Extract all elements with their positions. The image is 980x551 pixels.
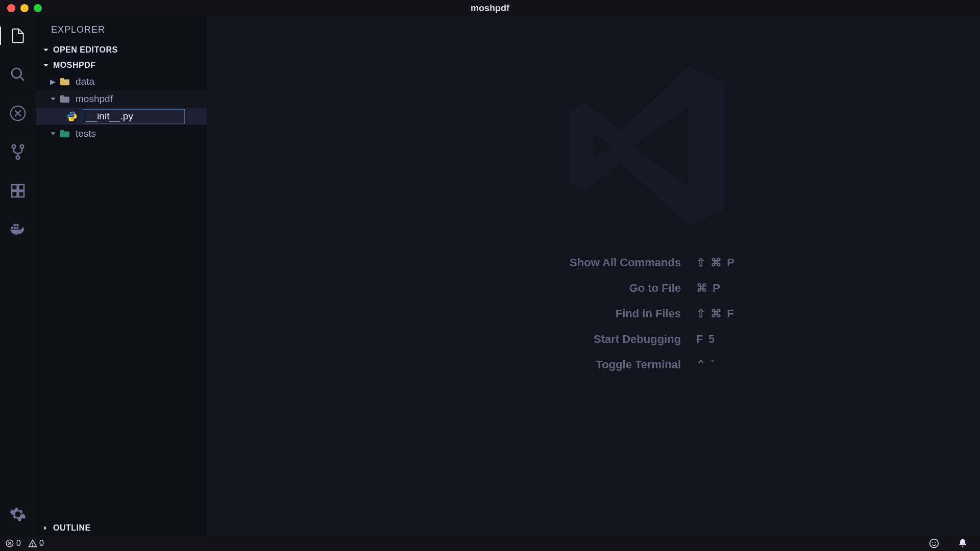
tree-file-renaming[interactable] [36, 108, 207, 125]
errors-count: 0 [16, 539, 21, 548]
outline-section[interactable]: Outline [36, 520, 207, 536]
svg-point-20 [930, 539, 939, 548]
shortcut-keys: ⌃ ` [696, 358, 850, 371]
svg-rect-13 [14, 224, 16, 226]
svg-point-4 [20, 145, 24, 148]
tree-folder-tests[interactable]: tests [36, 125, 207, 142]
status-errors[interactable]: 0 [5, 539, 21, 548]
shortcut-keys: ⇧ ⌘ P [696, 256, 850, 269]
shortcut-row: Find in Files ⇧ ⌘ F [483, 307, 851, 320]
shortcut-label: Go to File [483, 282, 697, 295]
svg-point-22 [935, 542, 936, 543]
explorer-sidebar: EXPLORER Open Editors moshpdf ▶ data [36, 16, 207, 536]
status-notifications-icon[interactable] [958, 538, 968, 548]
vscode-watermark-icon [543, 47, 747, 246]
svg-rect-8 [12, 191, 17, 197]
shortcut-row: Start Debugging F 5 [483, 333, 851, 346]
shortcut-row: Toggle Terminal ⌃ ` [483, 358, 851, 371]
shortcut-row: Show All Commands ⇧ ⌘ P [483, 256, 851, 269]
svg-rect-11 [14, 227, 16, 229]
svg-rect-14 [16, 224, 18, 226]
status-feedback-icon[interactable] [929, 538, 939, 548]
tree-item-label: data [76, 76, 94, 87]
tree-item-label: tests [76, 128, 96, 139]
shortcut-label: Show All Commands [483, 256, 697, 269]
workbench: EXPLORER Open Editors moshpdf ▶ data [0, 16, 980, 536]
chevron-down-icon [43, 47, 50, 53]
extensions-activity-icon[interactable] [9, 182, 27, 200]
shortcut-row: Go to File ⌘ P [483, 282, 851, 295]
svg-point-19 [32, 545, 33, 546]
folder-open-icon [59, 93, 70, 105]
svg-line-1 [20, 77, 24, 81]
settings-gear-icon[interactable] [9, 505, 27, 523]
sidebar-title: EXPLORER [36, 16, 207, 42]
shortcut-keys: ⇧ ⌘ F [696, 307, 850, 320]
chevron-down-icon [43, 62, 50, 68]
outline-label: Outline [53, 523, 91, 533]
svg-point-5 [16, 156, 20, 159]
shortcut-label: Find in Files [483, 307, 697, 320]
search-activity-icon[interactable] [9, 65, 27, 84]
tree-folder-data[interactable]: ▶ data [36, 73, 207, 90]
minimize-window-button[interactable] [20, 4, 29, 12]
svg-point-16 [73, 119, 74, 120]
folder-tests-icon [59, 128, 70, 139]
chevron-down-icon [50, 96, 59, 102]
shortcut-label: Toggle Terminal [483, 358, 697, 371]
svg-rect-6 [12, 185, 17, 190]
window-controls [0, 4, 42, 12]
svg-point-0 [12, 68, 21, 78]
svg-point-3 [12, 145, 16, 148]
open-editors-section[interactable]: Open Editors [36, 42, 207, 58]
svg-point-21 [933, 542, 934, 543]
tree-item-label: moshpdf [76, 93, 113, 105]
window-title: moshpdf [471, 3, 509, 14]
workspace-label: moshpdf [53, 61, 96, 70]
warnings-count: 0 [39, 539, 44, 548]
workspace-section[interactable]: moshpdf [36, 58, 207, 73]
svg-rect-9 [18, 191, 24, 197]
status-bar: 0 0 [0, 536, 980, 551]
folder-icon [59, 76, 70, 87]
svg-rect-10 [11, 227, 13, 229]
file-tree: ▶ data moshpdf [36, 73, 207, 142]
svg-rect-12 [16, 227, 18, 229]
status-warnings[interactable]: 0 [28, 539, 44, 548]
svg-rect-7 [18, 185, 24, 190]
shortcut-keys: ⌘ P [696, 282, 850, 295]
shortcut-label: Start Debugging [483, 333, 697, 346]
source-control-activity-icon[interactable] [9, 143, 27, 161]
debug-activity-icon[interactable] [9, 104, 27, 122]
maximize-window-button[interactable] [34, 4, 42, 12]
shortcut-keys: F 5 [696, 333, 850, 346]
close-window-button[interactable] [7, 4, 15, 12]
chevron-down-icon [50, 131, 59, 137]
activity-bar [0, 16, 36, 536]
titlebar: moshpdf [0, 0, 980, 16]
docker-activity-icon[interactable] [9, 220, 27, 239]
explorer-activity-icon[interactable] [0, 27, 35, 45]
python-file-icon [66, 111, 78, 122]
svg-point-15 [70, 112, 71, 113]
chevron-right-icon [43, 525, 50, 531]
chevron-right-icon: ▶ [50, 78, 59, 86]
rename-file-input[interactable] [83, 109, 185, 123]
tree-folder-moshpdf[interactable]: moshpdf [36, 90, 207, 108]
welcome-shortcuts: Show All Commands ⇧ ⌘ P Go to File ⌘ P F… [483, 256, 851, 371]
editor-area: Show All Commands ⇧ ⌘ P Go to File ⌘ P F… [207, 16, 980, 536]
open-editors-label: Open Editors [53, 45, 118, 55]
